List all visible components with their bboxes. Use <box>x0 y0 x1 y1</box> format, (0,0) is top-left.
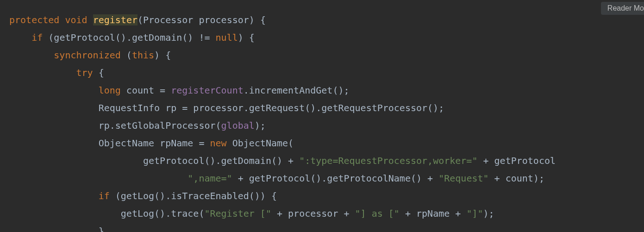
code-line[interactable]: ",name=" + getProtocol().getProtocolName… <box>9 169 644 187</box>
token-id: .incrementAndGet(); <box>244 85 350 96</box>
token-id: ObjectName rpName = <box>99 138 210 149</box>
token-p: ) { <box>249 14 266 25</box>
indent <box>9 120 99 131</box>
indent <box>9 50 54 61</box>
token-fn: register <box>93 14 138 25</box>
code-line[interactable]: RequestInfo rp = processor.getRequest().… <box>9 99 644 117</box>
token-k: long <box>99 85 121 96</box>
indent <box>9 138 99 149</box>
token-id: ObjectName( <box>227 138 294 149</box>
reader-mode-label: Reader Mo <box>607 4 644 12</box>
indent <box>9 208 121 219</box>
token-id: getProtocol().getDomain() + <box>143 155 299 166</box>
token-id: + getProtocol().getProtocolName() + <box>232 173 439 184</box>
token-id: + rpName + <box>400 208 467 219</box>
indent <box>9 190 99 201</box>
token-id: + processor + <box>271 208 355 219</box>
code-line[interactable]: getLog().trace("Register [" + processor … <box>9 205 644 222</box>
token-id: ); <box>483 208 494 219</box>
token-p: ( <box>43 32 54 43</box>
token-str: "]" <box>466 208 483 219</box>
token-k: this <box>132 50 154 61</box>
code-line[interactable]: } <box>9 222 644 232</box>
code-editor[interactable]: Reader Mo protected void register(Proces… <box>0 0 644 232</box>
code-line[interactable]: try { <box>9 64 644 82</box>
token-field: registerCount <box>171 85 244 96</box>
token-p: ( <box>138 14 143 25</box>
code-line[interactable]: if (getProtocol().getDomain() != null) { <box>9 29 644 46</box>
code-line[interactable]: synchronized (this) { <box>9 46 644 64</box>
token-id: + getProtocol <box>477 155 556 166</box>
token-id: rp.setGlobalProcessor( <box>99 120 221 131</box>
token-id: + count); <box>489 173 544 184</box>
token-p: } <box>99 226 104 232</box>
token-id: ); <box>255 120 266 131</box>
indent <box>9 226 99 232</box>
token-k: null <box>216 32 238 43</box>
token-str: "] as [" <box>355 208 400 219</box>
code-line[interactable]: long count = registerCount.incrementAndG… <box>9 82 644 99</box>
indent <box>9 85 99 96</box>
token-p: ) { <box>238 32 255 43</box>
code-line[interactable]: protected void register(Processor proces… <box>9 11 644 29</box>
indent <box>9 32 31 43</box>
indent <box>9 155 143 166</box>
code-area[interactable]: protected void register(Processor proces… <box>0 0 644 232</box>
token-p: ) { <box>154 50 171 61</box>
reader-mode-badge[interactable]: Reader Mo <box>601 2 644 15</box>
token-id: (getLog().isTraceEnabled()) { <box>110 190 277 201</box>
token-k: void <box>65 14 87 25</box>
token-field: global <box>221 120 255 131</box>
code-line[interactable]: if (getLog().isTraceEnabled()) { <box>9 187 644 205</box>
token-k: protected <box>9 14 59 25</box>
indent <box>9 67 76 78</box>
indent <box>9 173 188 184</box>
indent <box>9 102 99 113</box>
code-line[interactable]: getProtocol().getDomain() + ":type=Reque… <box>9 152 644 169</box>
token-id: count = <box>121 85 171 96</box>
code-line[interactable]: rp.setGlobalProcessor(global); <box>9 117 644 134</box>
token-str: ",name=" <box>188 173 232 184</box>
token-id: Processor processor <box>143 14 249 25</box>
token-p: { <box>93 67 104 78</box>
token-id: getLog().trace( <box>121 208 205 219</box>
code-line[interactable]: ObjectName rpName = new ObjectName( <box>9 134 644 152</box>
token-p <box>59 14 65 25</box>
token-k: synchronized <box>54 50 121 61</box>
token-p <box>88 14 93 25</box>
token-str: "Request" <box>438 173 488 184</box>
token-str: ":type=RequestProcessor,worker=" <box>299 155 477 166</box>
token-p: ( <box>121 50 132 61</box>
token-k: if <box>99 190 110 201</box>
token-k: new <box>210 138 226 149</box>
token-id: RequestInfo rp = processor.getRequest().… <box>99 102 444 113</box>
token-str: "Register [" <box>204 208 271 219</box>
token-k: try <box>76 67 93 78</box>
token-id: getProtocol().getDomain() != <box>54 32 215 43</box>
token-k: if <box>31 32 43 43</box>
